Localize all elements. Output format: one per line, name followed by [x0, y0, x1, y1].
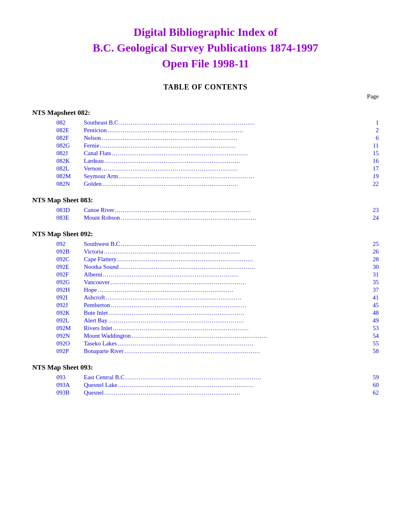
entry-name[interactable]: Golden	[84, 181, 102, 187]
entry-name[interactable]: Fernie	[84, 142, 99, 149]
entry-page: 31	[373, 271, 379, 278]
entry-code[interactable]: 092L	[56, 317, 84, 324]
entry-name[interactable]: Nootka Sound	[84, 264, 118, 270]
table-row: 082KLardeau.............................…	[32, 158, 379, 164]
entry-code[interactable]: 092H	[56, 287, 84, 293]
entry-code[interactable]: 082K	[56, 158, 84, 164]
entry-page: 25	[373, 241, 379, 247]
entry-dots: ........................................…	[104, 389, 373, 396]
entry-name[interactable]: Bonaparte River	[84, 348, 124, 355]
entry-code[interactable]: 083D	[56, 207, 84, 214]
entry-page: 30	[373, 264, 379, 270]
table-row: 093East Central B.C.....................…	[32, 374, 379, 381]
entry-name[interactable]: Ashcroft	[84, 294, 105, 301]
entry-code[interactable]: 092C	[56, 256, 84, 263]
entry-page: 55	[373, 340, 379, 347]
entry-dots: ........................................…	[118, 119, 376, 126]
table-row: 092LAlert Bay...........................…	[32, 317, 379, 324]
entry-dots: ........................................…	[118, 264, 373, 270]
table-row: 092PBonaparte River.....................…	[32, 348, 379, 355]
entry-name[interactable]: Victoria	[84, 248, 103, 255]
table-row: 092CCape Flattery.......................…	[32, 256, 379, 263]
table-row: 093BQuesnel.............................…	[32, 389, 379, 396]
entry-code[interactable]: 093	[56, 374, 84, 381]
entry-name[interactable]: Nelson	[84, 135, 101, 141]
entry-code[interactable]: 092E	[56, 264, 84, 270]
entry-dots: ........................................…	[102, 271, 373, 278]
entry-code[interactable]: 092P	[56, 348, 84, 355]
table-row: 092JPemberton...........................…	[32, 302, 379, 309]
entry-name[interactable]: Cape Flattery	[84, 256, 116, 263]
entry-name[interactable]: Hope	[84, 287, 97, 293]
entry-dots: ........................................…	[125, 374, 373, 381]
entry-code[interactable]: 092F	[56, 271, 84, 278]
entry-code[interactable]: 092M	[56, 325, 84, 332]
entry-code[interactable]: 082F	[56, 135, 84, 141]
entry-name[interactable]: Penticton	[84, 127, 107, 134]
entry-name[interactable]: Southeast B.C	[84, 119, 118, 126]
entry-name[interactable]: Vernon	[84, 165, 101, 172]
entry-code[interactable]: 082N	[56, 181, 84, 187]
entry-code[interactable]: 083E	[56, 214, 84, 221]
entry-name[interactable]: Pemberton	[84, 302, 110, 309]
table-row: 082Southeast B.C........................…	[32, 119, 379, 126]
entry-name[interactable]: Quesnel	[84, 389, 104, 396]
entry-name[interactable]: Seymour Arm	[84, 173, 118, 180]
entry-page: 17	[373, 165, 379, 172]
entry-name[interactable]: Canal Flats	[84, 150, 111, 157]
entry-page: 48	[373, 310, 379, 316]
entry-dots: ........................................…	[114, 207, 373, 214]
entry-name[interactable]: Quesnel Lake	[84, 382, 117, 389]
entry-name[interactable]: Canoe River	[84, 207, 114, 214]
entry-name[interactable]: Alberni	[84, 271, 102, 278]
entry-code[interactable]: 082	[56, 119, 84, 126]
entry-code[interactable]: 082L	[56, 165, 84, 172]
entry-name[interactable]: Bute Inlet	[84, 310, 108, 316]
entry-code[interactable]: 092	[56, 241, 84, 247]
page-label: Page	[32, 93, 379, 100]
entry-dots: ........................................…	[103, 248, 373, 255]
entry-code[interactable]: 082E	[56, 127, 84, 134]
entry-dots: ........................................…	[131, 332, 373, 339]
entry-dots: ........................................…	[105, 294, 373, 301]
table-row: 092HHope................................…	[32, 287, 379, 293]
entry-code[interactable]: 092I	[56, 294, 84, 301]
entry-code[interactable]: 093A	[56, 382, 84, 389]
entry-name[interactable]: Taseko Lakes	[84, 340, 117, 347]
table-row: 092FAlberni.............................…	[32, 271, 379, 278]
entry-dots: ........................................…	[120, 214, 373, 221]
entry-code[interactable]: 092B	[56, 248, 84, 255]
entry-page: 53	[373, 325, 379, 332]
entry-page: 2	[376, 127, 379, 134]
entry-name[interactable]: Mount Robson	[84, 214, 120, 221]
entry-code[interactable]: 093B	[56, 389, 84, 396]
entry-page: 41	[373, 294, 379, 301]
entry-code[interactable]: 092O	[56, 340, 84, 347]
entry-code[interactable]: 092G	[56, 279, 84, 286]
entry-code[interactable]: 092N	[56, 332, 84, 339]
entry-code[interactable]: 092J	[56, 302, 84, 309]
entry-dots: ........................................…	[118, 173, 373, 180]
table-row: 092BVictoria............................…	[32, 248, 379, 255]
table-row: 082GFernie..............................…	[32, 142, 379, 149]
table-row: 092Southwest B.C........................…	[32, 241, 379, 247]
table-row: 082EPenticton...........................…	[32, 127, 379, 134]
entry-name[interactable]: Alert Bay	[84, 317, 108, 324]
table-row: 082FNelson..............................…	[32, 135, 379, 141]
table-row: 082NGolden..............................…	[32, 181, 379, 187]
entry-name[interactable]: Lardeau	[84, 158, 104, 164]
entry-name[interactable]: Mount Waddington	[84, 332, 131, 339]
entry-page: 26	[373, 248, 379, 255]
entry-name[interactable]: Southwest B.C	[84, 241, 120, 247]
entry-code[interactable]: 092K	[56, 310, 84, 316]
entry-name[interactable]: East Central B.C	[84, 374, 125, 381]
entry-page: 16	[373, 158, 379, 164]
entry-name[interactable]: Rivers Inlet	[84, 325, 112, 332]
entry-dots: ........................................…	[104, 158, 373, 164]
entry-code[interactable]: 082J	[56, 150, 84, 157]
entry-name[interactable]: Vancouver	[84, 279, 110, 286]
entry-page: 6	[376, 135, 379, 141]
entry-code[interactable]: 082G	[56, 142, 84, 149]
entry-code[interactable]: 082M	[56, 173, 84, 180]
table-row: 082MSeymour Arm.........................…	[32, 173, 379, 180]
